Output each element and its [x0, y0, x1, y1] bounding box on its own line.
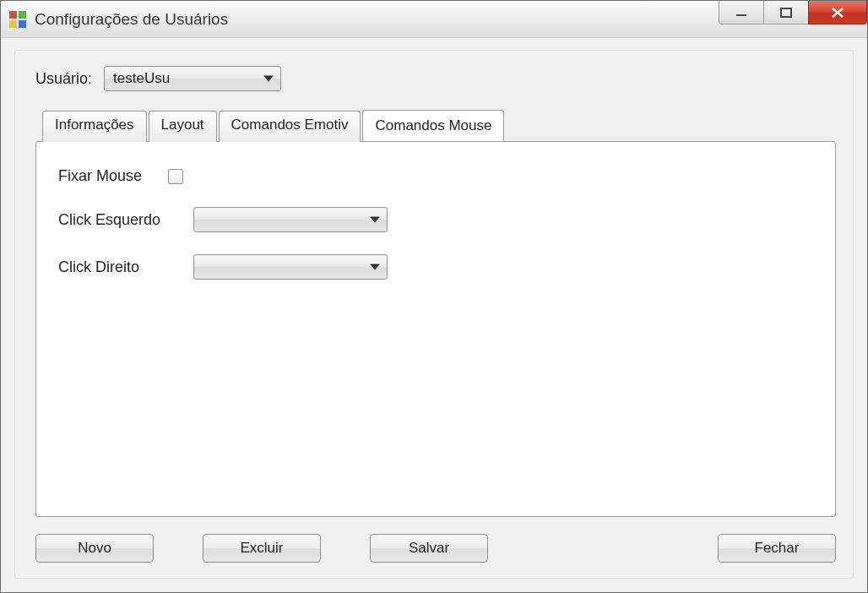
tab-panel-mouse: Fixar Mouse Click Esquerdo Click Direito — [35, 141, 836, 517]
chevron-down-icon — [263, 76, 274, 82]
novo-button[interactable]: Novo — [35, 534, 154, 563]
tab-headers: Informações Layout Comandos Emotiv Coman… — [42, 110, 836, 141]
click-esquerdo-combobox[interactable] — [193, 207, 388, 232]
click-direito-row: Click Direito — [58, 254, 813, 280]
svg-rect-1 — [781, 8, 791, 17]
main-window: Configurações de Usuários Usuário: teste… — [0, 0, 868, 593]
spacer — [537, 534, 669, 563]
chevron-down-icon — [370, 264, 380, 270]
close-icon — [830, 7, 845, 19]
tab-control: Informações Layout Comandos Emotiv Coman… — [35, 110, 836, 517]
titlebar[interactable]: Configurações de Usuários — [1, 1, 867, 38]
salvar-button[interactable]: Salvar — [370, 534, 488, 563]
chevron-down-icon — [370, 217, 380, 223]
tab-layout[interactable]: Layout — [149, 111, 217, 142]
excluir-button[interactable]: Excluir — [203, 534, 321, 563]
action-buttons: Novo Excluir Salvar Fechar — [35, 534, 836, 563]
svg-rect-0 — [736, 14, 746, 16]
minimize-icon — [735, 8, 748, 18]
fixar-mouse-label: Fixar Mouse — [58, 167, 168, 185]
client-area: Usuário: testeUsu Informações Layout Com… — [1, 38, 867, 592]
window-title: Configurações de Usuários — [35, 10, 228, 29]
maximize-icon — [779, 8, 793, 18]
fechar-button[interactable]: Fechar — [718, 534, 836, 563]
click-esquerdo-row: Click Esquerdo — [58, 207, 813, 232]
tab-comandos-mouse[interactable]: Comandos Mouse — [362, 110, 504, 141]
window-controls — [719, 1, 867, 26]
user-combobox-value: testeUsu — [113, 70, 170, 87]
click-direito-combobox[interactable] — [193, 254, 388, 280]
minimize-button[interactable] — [719, 1, 764, 24]
tab-comandos-emotiv[interactable]: Comandos Emotiv — [219, 111, 361, 142]
fixar-mouse-row: Fixar Mouse — [58, 167, 813, 185]
maximize-button[interactable] — [763, 1, 809, 24]
user-label: Usuário: — [35, 70, 92, 88]
close-button[interactable] — [808, 1, 867, 24]
user-combobox[interactable]: testeUsu — [104, 66, 281, 91]
content-frame: Usuário: testeUsu Informações Layout Com… — [14, 50, 854, 579]
fixar-mouse-checkbox[interactable] — [168, 169, 183, 184]
click-esquerdo-label: Click Esquerdo — [58, 211, 193, 229]
click-direito-label: Click Direito — [58, 258, 193, 276]
tab-informacoes[interactable]: Informações — [42, 111, 147, 142]
user-row: Usuário: testeUsu — [35, 66, 836, 91]
app-icon — [9, 11, 26, 28]
